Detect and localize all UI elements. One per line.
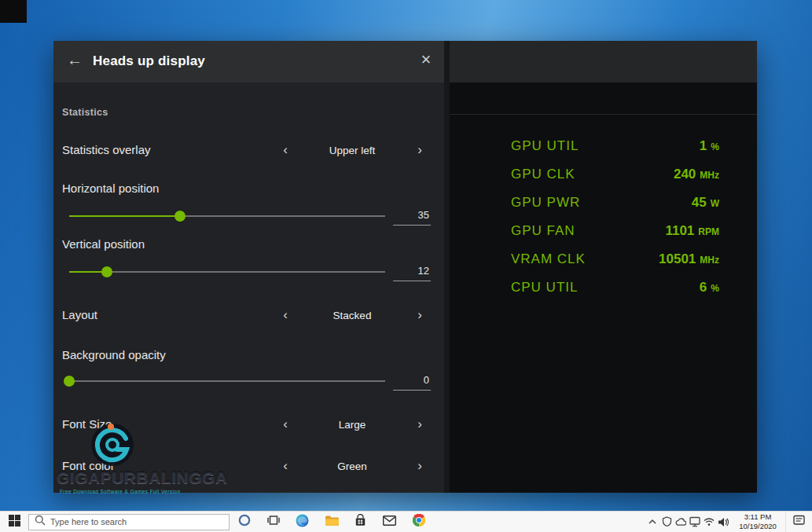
display-icon[interactable]	[689, 512, 701, 532]
next-arrow-icon[interactable]: ›	[411, 458, 428, 474]
prev-arrow-icon[interactable]: ‹	[277, 307, 294, 323]
mail-button[interactable]	[375, 512, 404, 532]
horizontal-position-value-field[interactable]: 35	[393, 205, 431, 226]
stat-label: CPU UTIL	[511, 280, 578, 295]
panel-header: ← Heads up display ×	[53, 41, 444, 83]
network-wifi-icon[interactable]	[703, 512, 715, 532]
cortana-icon	[238, 514, 251, 530]
taskbar-clock[interactable]: 3:11 PM 10/19/2020	[733, 512, 783, 532]
mail-envelope-icon	[383, 515, 396, 529]
stat-value: 6%	[700, 280, 719, 295]
taskbar-search-box[interactable]	[28, 514, 230, 530]
font-color-label: Font color	[62, 459, 115, 472]
vertical-position-label: Vertical position	[62, 237, 145, 251]
section-label-statistics: Statistics	[62, 107, 108, 118]
store-bag-icon	[355, 514, 366, 530]
vertical-position-value-field[interactable]: 12	[393, 261, 431, 281]
slider-handle[interactable]	[101, 266, 112, 277]
slider-handle[interactable]	[64, 376, 75, 387]
folder-icon	[325, 515, 339, 530]
stat-label: GPU PWR	[511, 195, 580, 211]
stat-row-gpu-pwr: GPU PWR 45W	[450, 189, 757, 217]
font-size-value: Large	[305, 419, 399, 431]
slider-track[interactable]	[69, 271, 385, 273]
panel-title: Heads up display	[93, 53, 205, 69]
setting-row-statistics-overlay: Statistics overlay ‹ Upper left ›	[53, 141, 444, 160]
stat-row-cpu-util: CPU UTIL 6%	[450, 273, 757, 302]
taskbar: 3:11 PM 10/19/2020	[0, 511, 812, 532]
slider-handle[interactable]	[175, 211, 186, 222]
next-arrow-icon[interactable]: ›	[411, 142, 428, 158]
hud-preview-area: GPU UTIL 1% GPU CLK 240MHz GPU PWR 45W G…	[444, 41, 757, 493]
setting-row-font-color: Font color ‹ Green ›	[53, 457, 444, 476]
geforce-hud-window: ← Heads up display × Statistics Statisti…	[53, 41, 757, 493]
desktop: ← Heads up display × Statistics Statisti…	[0, 0, 812, 532]
stat-unit: W	[711, 198, 719, 209]
hud-stats-overlay: GPU UTIL 1% GPU CLK 240MHz GPU PWR 45W G…	[450, 132, 757, 302]
stat-number: 240	[674, 167, 696, 182]
horizontal-position-label: Horizontal position	[62, 182, 159, 195]
stat-row-vram-clk: VRAM CLK 10501MHz	[450, 245, 757, 273]
stat-unit: MHz	[700, 170, 719, 181]
stat-row-gpu-fan: GPU FAN 1101RPM	[450, 217, 757, 245]
statistics-overlay-label: Statistics overlay	[62, 143, 151, 156]
onedrive-cloud-icon[interactable]	[674, 512, 687, 532]
stat-row-gpu-clk: GPU CLK 240MHz	[450, 160, 757, 189]
system-tray: 3:11 PM 10/19/2020	[645, 512, 812, 532]
background-opacity-slider[interactable]	[69, 376, 385, 387]
start-button[interactable]	[0, 512, 28, 532]
windows-logo-icon	[9, 515, 20, 530]
layout-label: Layout	[62, 308, 97, 321]
setting-row-font-size: Font Size ‹ Large ›	[53, 416, 444, 435]
stat-unit: MHz	[700, 255, 719, 266]
horizontal-position-slider[interactable]	[69, 211, 385, 222]
stat-number: 45	[692, 195, 707, 210]
volume-icon[interactable]	[717, 512, 729, 532]
layout-value: Stacked	[305, 310, 399, 321]
edge-button[interactable]	[288, 512, 317, 532]
stat-number: 10501	[659, 251, 696, 266]
cortana-button[interactable]	[230, 512, 259, 532]
setting-row-layout: Layout ‹ Stacked ›	[53, 306, 444, 325]
prev-arrow-icon[interactable]: ‹	[277, 142, 294, 158]
stat-row-gpu-util: GPU UTIL 1%	[450, 132, 757, 160]
prev-arrow-icon[interactable]: ‹	[277, 458, 294, 474]
settings-body: Statistics Statistics overlay ‹ Upper le…	[53, 83, 444, 493]
edge-icon	[296, 514, 309, 530]
background-opacity-label: Background opacity	[62, 348, 166, 361]
statistics-overlay-value: Upper left	[305, 145, 399, 156]
prev-arrow-icon[interactable]: ‹	[277, 416, 294, 432]
stat-label: VRAM CLK	[511, 251, 586, 267]
stat-label: GPU UTIL	[511, 138, 579, 154]
preview-header	[450, 41, 757, 83]
background-opacity-value-field[interactable]: 0	[393, 370, 431, 391]
preview-separator	[450, 114, 757, 115]
security-shield-icon[interactable]	[660, 512, 673, 532]
slider-track[interactable]	[69, 380, 385, 382]
search-input[interactable]	[50, 517, 223, 526]
back-arrow-icon[interactable]: ←	[64, 51, 85, 69]
clock-time: 3:11 PM	[733, 512, 783, 522]
stat-value: 45W	[692, 195, 719, 211]
task-view-button[interactable]	[259, 512, 288, 532]
slider-fill	[69, 271, 107, 273]
action-center-button[interactable]	[785, 512, 812, 532]
vertical-position-slider[interactable]	[69, 266, 385, 277]
hidden-icons-chevron-icon[interactable]	[646, 512, 659, 532]
stat-number: 6	[700, 280, 707, 295]
close-icon[interactable]: ×	[416, 50, 436, 70]
font-size-label: Font Size	[62, 417, 112, 431]
stat-unit: RPM	[698, 226, 719, 237]
next-arrow-icon[interactable]: ›	[411, 307, 428, 323]
font-color-value: Green	[305, 460, 399, 472]
stat-label: GPU FAN	[511, 223, 575, 239]
stat-label: GPU CLK	[511, 167, 575, 182]
stat-number: 1	[700, 138, 707, 153]
stat-value: 240MHz	[674, 167, 719, 182]
store-button[interactable]	[346, 512, 375, 532]
next-arrow-icon[interactable]: ›	[411, 416, 428, 432]
task-view-icon	[267, 514, 280, 530]
file-explorer-button[interactable]	[317, 512, 346, 532]
chrome-button[interactable]	[404, 512, 433, 532]
stat-number: 1101	[665, 223, 694, 238]
